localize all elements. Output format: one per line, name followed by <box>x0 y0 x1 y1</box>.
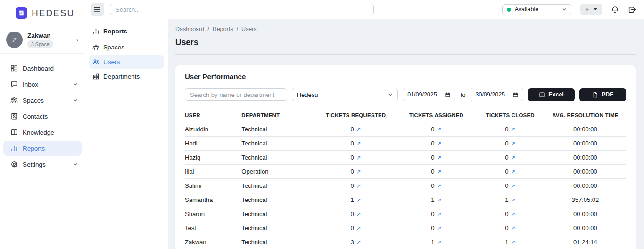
avg-cell: 00:00:00 <box>545 221 626 235</box>
closed-tickets-link[interactable]: 0↗ <box>505 210 515 217</box>
assigned-tickets-link[interactable]: 0↗ <box>431 154 441 161</box>
user-cell: Sharon <box>185 207 238 221</box>
external-link-arrow-icon: ↗ <box>437 169 442 175</box>
sidebar-item-reports[interactable]: Reports <box>3 141 82 156</box>
table-row: IllalOperation0↗0↗0↗00:00:00 <box>185 165 626 179</box>
sidebar-item-dashboard[interactable]: Dashboard <box>3 61 82 76</box>
external-link-arrow-icon: ↗ <box>356 169 361 175</box>
sidebar-item-contacts[interactable]: Contacts <box>3 109 82 124</box>
create-new-button[interactable]: + <box>580 4 602 15</box>
closed-tickets-link[interactable]: 1↗ <box>505 239 515 246</box>
closed-tickets-link[interactable]: 0↗ <box>505 182 515 189</box>
department-cell: Technical <box>238 137 315 151</box>
external-link-arrow-icon: ↗ <box>356 225 361 232</box>
column-header-department: DEPARTMENT <box>238 109 315 122</box>
settings-gear-icon <box>10 161 18 168</box>
assigned-tickets-link[interactable]: 0↗ <box>431 225 441 232</box>
subnav-item-departments[interactable]: Departments <box>89 70 164 83</box>
closed-cell: 0↗ <box>476 122 545 137</box>
export-pdf-label: PDF <box>602 91 613 98</box>
date-range-separator: to <box>460 91 466 98</box>
space-select[interactable]: Hedesu <box>292 88 398 101</box>
sidebar-item-label: Knowledge <box>23 129 78 136</box>
ticket-count: 1 <box>431 239 434 246</box>
closed-tickets-link[interactable]: 0↗ <box>505 126 515 133</box>
assigned-tickets-link[interactable]: 0↗ <box>431 140 441 147</box>
sidebar-item-settings[interactable]: Settings <box>3 157 82 172</box>
sidebar-item-label: Dashboard <box>23 65 78 72</box>
brand-logo[interactable]: HEDESU <box>0 0 85 26</box>
subnav-item-spaces[interactable]: Spaces <box>89 40 164 54</box>
table-body: AizuddinTechnical0↗0↗0↗00:00:00HadiTechn… <box>185 122 626 249</box>
assigned-tickets-link[interactable]: 1↗ <box>431 239 441 246</box>
availability-select[interactable]: Available <box>502 4 571 15</box>
requested-tickets-link[interactable]: 0↗ <box>351 225 361 232</box>
breadcrumb: Dashboard / Reports / Users <box>175 26 636 32</box>
content-area: Dashboard / Reports / Users Users User P… <box>168 19 644 249</box>
closed-tickets-link[interactable]: 0↗ <box>505 154 515 161</box>
assigned-tickets-link[interactable]: 0↗ <box>431 126 441 133</box>
requested-tickets-link[interactable]: 0↗ <box>351 126 361 133</box>
requested-tickets-link[interactable]: 1↗ <box>351 196 361 203</box>
subnav-header-label: Reports <box>103 28 127 35</box>
external-link-arrow-icon: ↗ <box>356 154 361 161</box>
breadcrumb-reports[interactable]: Reports <box>213 26 233 32</box>
department-cell: Technical <box>238 179 315 193</box>
department-cell: Technical <box>238 193 315 207</box>
sidebar-toggle-button[interactable] <box>91 3 104 16</box>
subnav-item-users[interactable]: Users <box>89 55 164 69</box>
requested-tickets-link[interactable]: 0↗ <box>351 168 361 175</box>
assigned-tickets-link[interactable]: 1↗ <box>431 196 441 203</box>
closed-tickets-link[interactable]: 1↗ <box>505 196 515 203</box>
logout-button[interactable] <box>628 6 636 14</box>
requested-tickets-link[interactable]: 0↗ <box>351 182 361 189</box>
requested-tickets-link[interactable]: 0↗ <box>351 140 361 147</box>
sidebar-item-label: Inbox <box>23 81 68 88</box>
sidebar-item-spaces[interactable]: Spaces <box>3 93 82 108</box>
ticket-count: 0 <box>431 182 434 189</box>
sidebar-item-inbox[interactable]: Inbox <box>3 77 82 92</box>
external-link-arrow-icon: ↗ <box>511 169 515 175</box>
global-search-input[interactable] <box>110 4 374 15</box>
avg-cell: 00:00:00 <box>545 122 626 137</box>
avg-cell: 00:00:00 <box>545 165 626 179</box>
requested-tickets-link[interactable]: 3↗ <box>351 239 361 246</box>
breadcrumb-dashboard[interactable]: Dashboard <box>175 26 204 32</box>
closed-cell: 0↗ <box>476 221 545 235</box>
ticket-count: 0 <box>431 140 434 147</box>
table-row: AizuddinTechnical0↗0↗0↗00:00:00 <box>185 122 626 137</box>
profile-switcher[interactable]: Z Zakwan 3 Space › <box>0 26 85 54</box>
closed-tickets-link[interactable]: 0↗ <box>505 168 515 175</box>
notifications-button[interactable] <box>611 6 619 14</box>
sidebar-item-knowledge[interactable]: Knowledge <box>3 125 82 140</box>
export-excel-button[interactable]: Excel <box>528 88 575 101</box>
avg-cell: 00:00:00 <box>545 207 626 221</box>
ticket-count: 0 <box>351 182 354 189</box>
user-search-input[interactable] <box>185 88 287 101</box>
main-sidebar: HEDESU Z Zakwan 3 Space › Dashboard <box>0 0 85 249</box>
requested-cell: 0↗ <box>315 151 396 165</box>
table-row: TestTechnical0↗0↗0↗00:00:00 <box>185 221 626 235</box>
chevron-right-icon: › <box>76 37 78 43</box>
closed-tickets-link[interactable]: 0↗ <box>505 140 515 147</box>
departments-building-icon <box>92 73 99 80</box>
date-from-input[interactable]: 01/09/2025 <box>403 88 455 101</box>
requested-tickets-link[interactable]: 0↗ <box>351 154 361 161</box>
export-pdf-button[interactable]: PDF <box>579 88 626 101</box>
assigned-cell: 1↗ <box>396 235 476 249</box>
ticket-count: 0 <box>351 154 354 161</box>
calendar-icon <box>445 92 451 98</box>
hamburger-icon <box>94 7 101 13</box>
table-row: ZakwanTechnical3↗1↗1↗01:24:14 <box>185 235 626 249</box>
requested-tickets-link[interactable]: 0↗ <box>351 210 361 217</box>
assigned-tickets-link[interactable]: 0↗ <box>431 182 441 189</box>
assigned-cell: 0↗ <box>396 221 476 235</box>
closed-tickets-link[interactable]: 0↗ <box>505 225 515 232</box>
plus-icon: + <box>585 6 589 13</box>
assigned-tickets-link[interactable]: 0↗ <box>431 168 441 175</box>
date-to-input[interactable]: 30/09/2025 <box>471 88 523 101</box>
table-row: SamanthaTechnical1↗1↗1↗357:05:02 <box>185 193 626 207</box>
requested-cell: 0↗ <box>315 165 396 179</box>
assigned-tickets-link[interactable]: 0↗ <box>431 210 441 217</box>
hedesu-logo-icon <box>16 7 27 19</box>
